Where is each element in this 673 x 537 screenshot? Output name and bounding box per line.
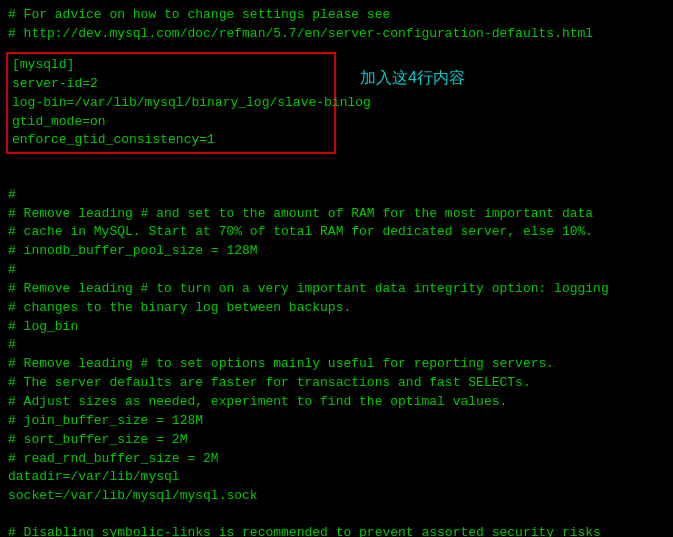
line-17: # changes to the binary log between back… <box>8 299 665 318</box>
line-27: socket=/var/lib/mysql/mysql.sock <box>8 487 665 506</box>
line-29: # Disabling symbolic-links is recommende… <box>8 524 665 537</box>
line-2: # http://dev.mysql.com/doc/refman/5.7/en… <box>8 25 665 44</box>
line-23: # join_buffer_size = 128M <box>8 412 665 431</box>
hl-line-1: [mysqld] <box>12 56 330 75</box>
hl-line-4: gtid_mode=on <box>12 113 330 132</box>
hl-line-2: server-id=2 <box>12 75 330 94</box>
hl-line-3: log-bin=/var/lib/mysql/binary_log/slave-… <box>12 94 330 113</box>
annotation-label: 加入这4行内容 <box>360 68 465 89</box>
line-15: # <box>8 261 665 280</box>
line-25: # read_rnd_buffer_size = 2M <box>8 450 665 469</box>
line-24: # sort_buffer_size = 2M <box>8 431 665 450</box>
line-20: # Remove leading # to set options mainly… <box>8 355 665 374</box>
line-19: # <box>8 336 665 355</box>
line-14: # innodb_buffer_pool_size = 128M <box>8 242 665 261</box>
line-12: # Remove leading # and set to the amount… <box>8 205 665 224</box>
terminal: # For advice on how to change settings p… <box>0 0 673 537</box>
line-1: # For advice on how to change settings p… <box>8 6 665 25</box>
line-13: # cache in MySQL. Start at 70% of total … <box>8 223 665 242</box>
line-18: # log_bin <box>8 318 665 337</box>
hl-line-5: enforce_gtid_consistency=1 <box>12 131 330 150</box>
line-26: datadir=/var/lib/mysql <box>8 468 665 487</box>
line-21: # The server defaults are faster for tra… <box>8 374 665 393</box>
line-28 <box>8 506 665 524</box>
highlighted-block: [mysqld] server-id=2 log-bin=/var/lib/my… <box>6 52 336 154</box>
line-16: # Remove leading # to turn on a very imp… <box>8 280 665 299</box>
line-11: # <box>8 186 665 205</box>
line-9 <box>8 168 665 186</box>
line-22: # Adjust sizes as needed, experiment to … <box>8 393 665 412</box>
